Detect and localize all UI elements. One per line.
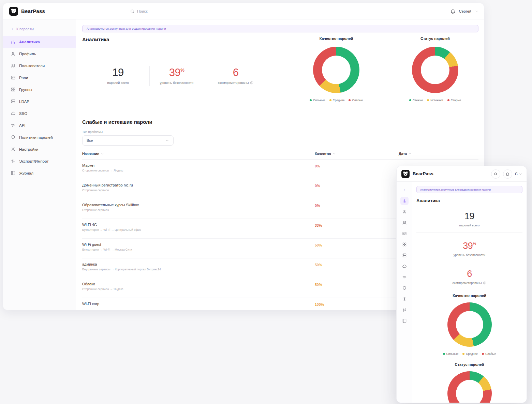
sidebar-item-profile[interactable]: [400, 208, 409, 216]
banner-text: Анализируются доступные для редактирован…: [87, 27, 166, 30]
password-path: Бухгалтерия → Wi-Fi → Центральный офис: [82, 228, 315, 231]
legend-item: Свежие: [409, 99, 423, 102]
chevron-left-icon: [402, 188, 406, 192]
sidebar-item-profile[interactable]: Профиль: [3, 48, 76, 60]
import-export-icon: [11, 159, 16, 164]
sidebar-item-label: LDAP: [19, 100, 29, 104]
sidebar-item-export-import[interactable]: [400, 306, 409, 314]
legend-item: Истекают: [427, 99, 443, 102]
back-link-label: К паролям: [16, 27, 34, 31]
table-header: Название Качество Дата: [82, 152, 478, 160]
mini-sidebar-rail: [397, 182, 412, 403]
sort-icon: [332, 152, 336, 155]
stat-value: 39%: [148, 65, 206, 78]
legend-item: Сильные: [310, 99, 325, 102]
chart-title: Статус паролей: [416, 362, 522, 366]
back-to-passwords-link[interactable]: [400, 186, 409, 194]
sidebar-item-analytics[interactable]: Аналитика: [3, 36, 76, 48]
gear-icon: [402, 297, 407, 301]
sidebar-item-ldap[interactable]: [400, 251, 409, 259]
sidebar-item-label: API: [19, 123, 26, 128]
sidebar-item-ldap[interactable]: LDAP: [3, 95, 76, 107]
chevron-left-icon: [11, 27, 14, 31]
notifications-button[interactable]: [503, 169, 512, 179]
bell-icon[interactable]: [450, 9, 456, 14]
bell-icon: [505, 172, 510, 176]
sidebar-item-export-import[interactable]: Экспорт/Импорт: [3, 155, 76, 167]
import-export-icon: [402, 308, 407, 312]
user-menu[interactable]: Сергей: [450, 3, 478, 19]
mini-content: Анализируются доступные для редактирован…: [412, 182, 527, 403]
legend-item: Слабые: [482, 352, 496, 356]
analysis-banner: Анализируются доступные для редактирован…: [416, 186, 522, 193]
chart-icon: [11, 39, 16, 44]
chart-title: Качество паролей: [416, 294, 522, 298]
stat-value: 19: [89, 65, 147, 78]
sidebar-item-journal[interactable]: Журнал: [3, 167, 76, 179]
sidebar-item-password-policies[interactable]: Политики паролей: [3, 131, 76, 143]
stat-value: 6: [416, 267, 522, 279]
sidebar-item-users[interactable]: [400, 219, 409, 227]
password-path: Сторонние сервисы → Яндекс: [82, 287, 315, 291]
sort-icon: [408, 152, 412, 155]
divider: [416, 233, 522, 233]
sidebar-item-roles[interactable]: [400, 229, 409, 238]
arrows-exchange-icon: [402, 275, 407, 280]
password-path: Бухгалтерия → Wi-Fi → Москва Сити: [82, 248, 315, 251]
sidebar-item-settings[interactable]: [400, 295, 409, 303]
sidebar-item-sso[interactable]: SSO: [3, 107, 76, 119]
sidebar-item-journal[interactable]: [400, 317, 409, 325]
sidebar-item-password-policies[interactable]: [400, 284, 409, 292]
sidebar-item-groups[interactable]: Группы: [3, 84, 76, 95]
users-icon: [11, 63, 16, 68]
chart-legend: Сильные Средние Слабые: [297, 99, 375, 102]
sidebar-item-analytics[interactable]: [400, 197, 409, 205]
book-icon: [402, 318, 407, 323]
book-icon: [11, 170, 16, 176]
search-button[interactable]: [491, 169, 500, 179]
sidebar-item-roles[interactable]: Роли: [3, 72, 76, 84]
filter-label: Тип проблемы: [82, 130, 478, 134]
password-name: Маркет: [82, 163, 315, 167]
server-icon: [402, 253, 407, 258]
analysis-banner: Анализируются доступные для редактирован…: [82, 25, 478, 32]
user-name: Сергей: [459, 9, 471, 13]
column-header-date[interactable]: Дата: [399, 152, 478, 156]
brand-name: BearPass: [21, 8, 45, 14]
password-name: Доменный регистратор nic.ru: [82, 183, 315, 187]
user-menu[interactable]: C: [515, 172, 522, 176]
password-name: админка: [82, 262, 315, 266]
weak-passwords-title: Слабые и истекшие пароли: [82, 119, 478, 125]
password-name: Wi-Fi 4G: [82, 223, 315, 227]
sidebar-item-api[interactable]: [400, 273, 409, 281]
back-to-passwords-link[interactable]: К паролям: [11, 27, 76, 31]
sidebar-item-sso[interactable]: [400, 262, 409, 270]
analytics-section: Аналитика 19 паролей всего 39% уровень б…: [82, 35, 478, 114]
stat-security-level: 39% уровень безопасности: [416, 239, 522, 257]
password-name: Wi-Fi corp: [82, 302, 315, 306]
info-icon[interactable]: [483, 281, 486, 285]
cloud-icon: [402, 264, 407, 269]
legend-item: Старые: [447, 99, 461, 102]
sidebar-item-settings[interactable]: Настройки: [3, 143, 76, 155]
column-header-quality[interactable]: Качество: [315, 152, 399, 156]
sidebar-item-api[interactable]: API: [3, 119, 76, 131]
sidebar-item-label: Экспорт/Импорт: [19, 159, 49, 163]
password-name: Облако: [82, 282, 315, 286]
search-input[interactable]: [137, 9, 202, 13]
stat-label: уровень безопасности: [148, 81, 206, 85]
search-field[interactable]: [130, 3, 202, 19]
sidebar-item-groups[interactable]: [400, 240, 409, 249]
sidebar-item-users[interactable]: Пользователи: [3, 60, 76, 72]
password-path: Сторонние сервисы: [82, 208, 315, 212]
info-icon[interactable]: [250, 81, 253, 85]
password-name: Образовательные курсы Skillbox: [82, 203, 315, 207]
select-value: Все: [87, 138, 93, 143]
id-card-icon: [11, 75, 16, 80]
problem-type-select[interactable]: Все: [82, 135, 174, 146]
password-path: Сторонние сервисы → Яндекс: [82, 169, 315, 172]
quality-value: 0%: [315, 163, 399, 179]
column-header-name[interactable]: Название: [82, 152, 315, 156]
user-icon: [11, 51, 16, 56]
brand-name: BearPass: [413, 171, 433, 176]
